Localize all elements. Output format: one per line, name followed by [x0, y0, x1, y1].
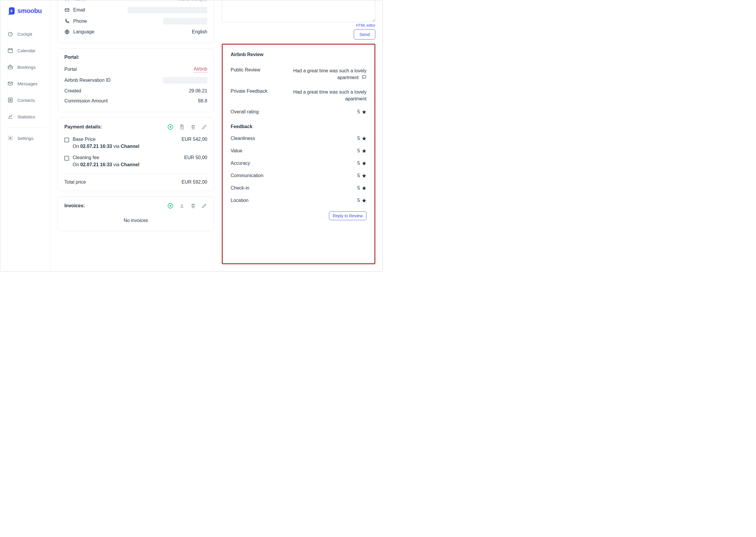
star-icon — [362, 198, 366, 203]
portal-card: Portal: Portal Airbnb Airbnb Reservation… — [58, 48, 214, 112]
total-label: Total price — [64, 180, 86, 185]
public-review-label: Public Review — [231, 67, 260, 73]
gauge-icon — [7, 31, 13, 37]
logo[interactable]: s smoobu — [0, 0, 50, 23]
nav-messages[interactable]: Messages — [0, 75, 50, 92]
trash-icon[interactable] — [190, 203, 196, 209]
overall-rating-label: Overall rating — [231, 109, 259, 114]
invoices-actions — [167, 202, 207, 209]
payment-title: Payment details: — [64, 124, 102, 130]
guest-phone-row: Phone — [64, 16, 207, 27]
guest-name-value: Maria Mongey — [178, 0, 207, 2]
svg-rect-3 — [8, 66, 13, 69]
chart-icon — [7, 114, 13, 120]
mail-icon — [64, 7, 70, 13]
reply-to-review-button[interactable]: Reply to Review — [329, 211, 366, 220]
nav-contacts[interactable]: Contacts — [0, 92, 50, 108]
user-icon — [64, 0, 70, 2]
edit-icon[interactable] — [201, 203, 207, 209]
edit-icon[interactable] — [201, 124, 207, 130]
created-row: Created 29.06.21 — [64, 86, 207, 96]
star-icon — [362, 186, 366, 190]
nav-label: Contacts — [18, 98, 35, 103]
public-review-row: Public Review Had a great time was such … — [231, 64, 366, 85]
invoices-title: Invoices: — [64, 203, 85, 208]
html-editor-link[interactable]: HTML editor — [222, 23, 375, 27]
guest-phone-masked — [163, 18, 207, 24]
payment-amount: EUR 542,00 — [182, 137, 207, 142]
send-button[interactable]: Send — [354, 29, 375, 40]
nav-cockpit[interactable]: Cockpit — [0, 26, 50, 42]
guest-email-row: Email — [64, 4, 207, 16]
payment-total-row: Total price EUR 592,00 — [64, 177, 207, 185]
payment-checkbox[interactable] — [64, 138, 69, 142]
commission-row: Commission Amount 88.8 — [64, 96, 207, 106]
reservation-row: Airbnb Reservation ID — [64, 75, 207, 86]
trash-icon[interactable] — [190, 124, 196, 130]
guest-language-label: Language — [73, 29, 94, 34]
rating-location: Location 5 — [231, 194, 366, 207]
overall-rating-row: Overall rating 5 — [231, 106, 366, 118]
download-icon[interactable] — [179, 203, 185, 209]
add-icon[interactable] — [167, 202, 174, 209]
review-card: Airbnb Review Public Review Had a great … — [223, 45, 374, 263]
nav-label: Bookings — [18, 65, 36, 70]
invoices-card: Invoices: No invoices — [58, 196, 214, 231]
review-highlight: Airbnb Review Public Review Had a great … — [222, 44, 375, 264]
review-title: Airbnb Review — [231, 52, 366, 57]
guest-name-row: Name Maria Mongey — [64, 0, 207, 4]
main-content: Name Maria Mongey Email Phone — [51, 0, 382, 271]
compose-box: HTML editor Send — [222, 0, 375, 40]
svg-rect-5 — [8, 98, 12, 103]
portal-row: Portal Airbnb — [64, 64, 207, 75]
nav-label: Calendar — [18, 48, 35, 53]
feedback-subhead: Feedback — [231, 124, 366, 129]
nav: Cockpit Calendar Bookings Messages Conta… — [0, 23, 50, 149]
star-icon — [362, 148, 366, 153]
nav-divider — [5, 127, 46, 128]
contact-icon — [7, 97, 13, 103]
add-icon[interactable] — [167, 124, 174, 130]
created-value: 29.06.21 — [189, 88, 207, 94]
private-feedback-row: Private Feedback Had a great time was su… — [231, 85, 366, 106]
nav-calendar[interactable]: Calendar — [0, 42, 50, 59]
payment-meta: On 02.07.21 16:33 via Channel — [73, 144, 139, 149]
chat-icon[interactable] — [362, 74, 366, 81]
total-value: EUR 592,00 — [182, 180, 207, 185]
guest-email-masked — [128, 7, 207, 13]
gear-icon — [7, 135, 13, 141]
logo-mark-icon: s — [7, 7, 16, 15]
nav-bookings[interactable]: Bookings — [0, 59, 50, 75]
message-textarea[interactable] — [222, 0, 375, 22]
svg-text:s: s — [10, 8, 13, 13]
rating-value: Value 5 — [231, 145, 366, 157]
star-icon — [362, 161, 366, 166]
payment-checkbox[interactable] — [64, 156, 69, 161]
payment-item: Cleaning fee On 02.07.21 16:33 via Chann… — [64, 152, 207, 170]
guest-language-row: Language English — [64, 27, 207, 37]
payment-name: Cleaning fee — [73, 155, 139, 160]
invoice-icon[interactable]: $ — [179, 124, 185, 130]
nav-settings[interactable]: Settings — [0, 130, 50, 146]
nav-statistics[interactable]: Statistics — [0, 108, 50, 125]
app-frame: s smoobu Cockpit Calendar Bookings Messa… — [0, 0, 383, 271]
commission-label: Commission Amount — [64, 98, 108, 103]
guest-phone-label: Phone — [73, 19, 87, 24]
svg-rect-14 — [362, 76, 366, 78]
guest-name-label: Name — [73, 0, 86, 2]
nav-label: Statistics — [18, 114, 35, 119]
svg-rect-2 — [8, 49, 13, 53]
overall-rating-value: 5 — [357, 109, 360, 114]
calendar-icon — [7, 48, 13, 54]
private-feedback-label: Private Feedback — [231, 89, 268, 94]
payment-actions: $ — [167, 124, 207, 130]
svg-point-6 — [10, 99, 11, 101]
payment-amount: EUR 50,00 — [184, 155, 207, 160]
rating-checkin: Check-in 5 — [231, 182, 366, 194]
commission-value: 88.8 — [198, 98, 207, 103]
created-label: Created — [64, 88, 81, 94]
nav-label: Cockpit — [18, 32, 32, 37]
divider — [64, 173, 207, 174]
portal-value[interactable]: Airbnb — [194, 66, 207, 72]
nav-label: Settings — [18, 136, 33, 141]
